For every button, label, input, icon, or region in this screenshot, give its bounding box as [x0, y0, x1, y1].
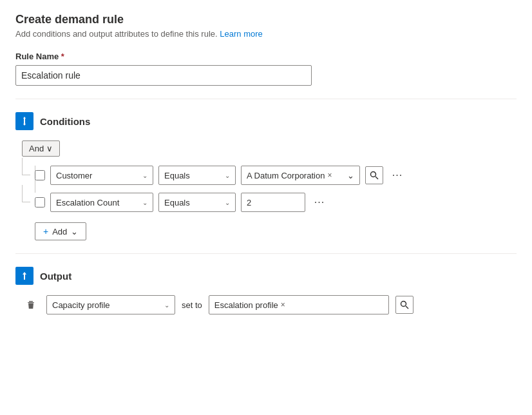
- svg-line-7: [406, 306, 408, 309]
- svg-line-2: [375, 177, 378, 179]
- customer-value-chevron-icon: ⌄: [347, 171, 354, 180]
- escalation-operator-chevron-icon: ⌄: [225, 199, 230, 206]
- output-field-dropdown[interactable]: Capacity profile ⌄: [46, 295, 175, 314]
- add-chevron-icon: ⌄: [71, 227, 78, 236]
- customer-value-dropdown[interactable]: A Datum Corporation × ⌄: [241, 166, 360, 185]
- customer-value-tag: A Datum Corporation ×: [247, 171, 332, 180]
- conditions-bracket: Customer ⌄ Equals ⌄ A Datum Corporation …: [22, 166, 517, 212]
- rule-name-field: Rule Name *: [15, 52, 517, 86]
- condition-checkbox-1[interactable]: [35, 170, 45, 180]
- condition-checkbox-2[interactable]: [35, 197, 45, 208]
- customer-more-button[interactable]: ···: [388, 166, 406, 184]
- output-area: Capacity profile ⌄ set to Escalation pro…: [15, 295, 517, 314]
- output-delete-button[interactable]: [22, 296, 40, 314]
- rule-name-input[interactable]: [15, 65, 312, 86]
- svg-point-6: [401, 302, 406, 307]
- customer-search-button[interactable]: [365, 166, 383, 184]
- and-dropdown[interactable]: And ∨: [22, 140, 60, 157]
- svg-point-1: [371, 172, 376, 177]
- output-value-field[interactable]: Escalation profile ×: [209, 295, 389, 314]
- output-field-chevron-icon: ⌄: [164, 302, 169, 309]
- customer-chevron-icon: ⌄: [142, 172, 147, 179]
- output-value-tag: Escalation profile ×: [214, 300, 285, 310]
- conditions-area: And ∨ Customer ⌄ Equals ⌄ A Datum Corpo: [15, 140, 517, 240]
- customer-operator-chevron-icon: ⌄: [225, 172, 230, 179]
- output-value-remove-icon[interactable]: ×: [281, 300, 285, 309]
- and-chevron-icon: ∨: [46, 144, 53, 153]
- rule-name-label: Rule Name *: [15, 52, 517, 61]
- output-search-button[interactable]: [395, 296, 413, 314]
- output-title: Output: [40, 271, 71, 282]
- condition-row-1: Customer ⌄ Equals ⌄ A Datum Corporation …: [22, 166, 517, 185]
- add-plus-icon: +: [43, 226, 48, 236]
- add-condition-button[interactable]: + Add ⌄: [35, 222, 86, 240]
- divider-2: [15, 253, 517, 254]
- set-to-label: set to: [182, 300, 202, 310]
- page-title: Create demand rule: [15, 13, 517, 26]
- escalation-operator-dropdown[interactable]: Equals ⌄: [158, 193, 236, 212]
- svg-rect-4: [29, 301, 33, 302]
- customer-operator-dropdown[interactable]: Equals ⌄: [158, 166, 236, 185]
- learn-more-link[interactable]: Learn more: [220, 29, 262, 39]
- escalation-more-button[interactable]: ···: [310, 193, 328, 211]
- output-section-header: Output: [15, 267, 517, 285]
- escalation-field-dropdown[interactable]: Escalation Count ⌄: [50, 193, 153, 212]
- svg-rect-3: [24, 275, 25, 280]
- output-icon: [15, 267, 33, 285]
- conditions-title: Conditions: [40, 116, 90, 127]
- escalation-value-input[interactable]: [241, 193, 305, 212]
- condition-row-2: Escalation Count ⌄ Equals ⌄ ···: [22, 193, 517, 212]
- output-row: Capacity profile ⌄ set to Escalation pro…: [22, 295, 517, 314]
- svg-rect-0: [24, 119, 25, 124]
- escalation-chevron-icon: ⌄: [142, 199, 147, 206]
- conditions-icon: [15, 112, 33, 130]
- svg-rect-5: [28, 302, 34, 303]
- divider-1: [15, 99, 517, 99]
- customer-field-dropdown[interactable]: Customer ⌄: [50, 166, 153, 185]
- customer-value-remove-icon[interactable]: ×: [327, 171, 332, 180]
- page-subtitle-text: Add conditions and output attributes to …: [15, 29, 218, 39]
- conditions-section-header: Conditions: [15, 112, 517, 130]
